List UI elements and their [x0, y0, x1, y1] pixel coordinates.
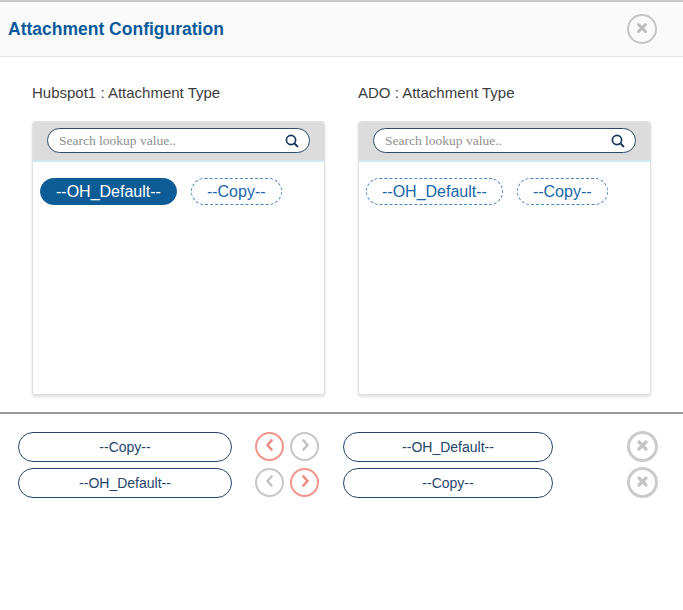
search-icon [284, 133, 300, 149]
x-circle-icon [636, 475, 649, 491]
source-lookup-list: --OH_Default-- --Copy-- [33, 162, 324, 394]
remove-mapping-button[interactable] [627, 431, 658, 462]
lookup-value-pill[interactable]: --Copy-- [517, 178, 608, 205]
target-lookup-list: --OH_Default-- --Copy-- [359, 162, 650, 394]
source-panel-title: Hubspot1 : Attachment Type [32, 84, 325, 101]
chevron-left-icon [264, 439, 276, 454]
target-lookup-panel: --OH_Default-- --Copy-- [358, 121, 651, 395]
map-left-arrow-button[interactable] [255, 468, 284, 497]
direction-arrows [255, 468, 319, 497]
source-panel-column: Hubspot1 : Attachment Type --OH_Default-… [32, 84, 325, 395]
target-search-bar [359, 122, 650, 162]
target-search-input[interactable] [385, 133, 610, 149]
mapped-target-value-button[interactable]: --OH_Default-- [343, 432, 553, 462]
map-right-arrow-button[interactable] [290, 468, 319, 497]
target-search-pill [373, 128, 636, 153]
attachment-mapping-body: Hubspot1 : Attachment Type --OH_Default-… [0, 57, 683, 395]
chevron-right-icon [299, 475, 311, 490]
target-panel-column: ADO : Attachment Type --OH_Default-- --C… [358, 84, 651, 395]
map-right-arrow-button[interactable] [290, 432, 319, 461]
x-circle-icon [636, 439, 649, 455]
dialog-header: Attachment Configuration [0, 2, 683, 57]
source-search-input[interactable] [59, 133, 284, 149]
mapped-target-value-button[interactable]: --Copy-- [343, 468, 553, 498]
mapping-row: --OH_Default-- --Copy-- [18, 467, 683, 498]
chevron-left-icon [264, 475, 276, 490]
source-lookup-panel: --OH_Default-- --Copy-- [32, 121, 325, 395]
map-left-arrow-button[interactable] [255, 432, 284, 461]
source-search-pill [47, 128, 310, 153]
lookup-value-pill[interactable]: --OH_Default-- [366, 178, 503, 205]
search-icon [610, 133, 626, 149]
lookup-value-pill[interactable]: --OH_Default-- [40, 178, 177, 205]
mapped-source-value-button[interactable]: --OH_Default-- [18, 468, 232, 498]
close-button[interactable] [627, 14, 657, 44]
mapped-source-value-button[interactable]: --Copy-- [18, 432, 232, 462]
target-panel-title: ADO : Attachment Type [358, 84, 651, 101]
lookup-value-pill[interactable]: --Copy-- [191, 178, 282, 205]
mapping-row: --Copy-- --OH_Default-- [18, 431, 683, 462]
mapping-rows: --Copy-- --OH_Default-- --OH_Default-- [0, 414, 683, 498]
close-icon [636, 22, 648, 37]
direction-arrows [255, 432, 319, 461]
page-title: Attachment Configuration [8, 19, 224, 40]
remove-mapping-button[interactable] [627, 467, 658, 498]
chevron-right-icon [299, 439, 311, 454]
source-search-bar [33, 122, 324, 162]
